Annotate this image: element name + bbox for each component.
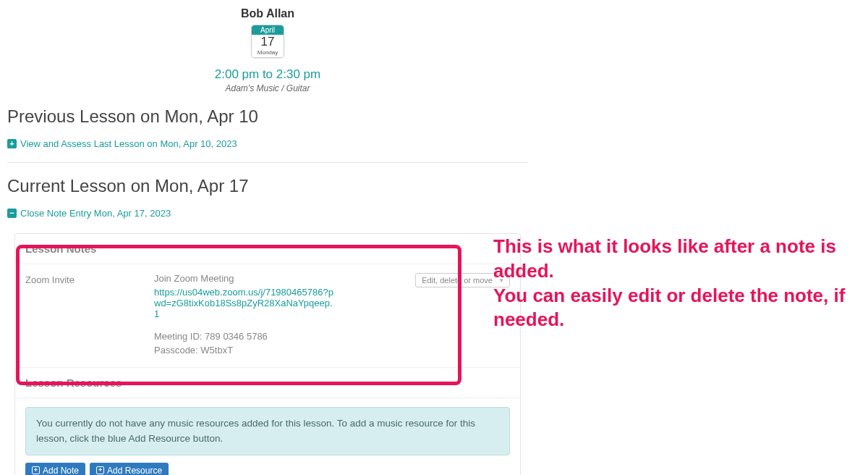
plus-square-icon: + (7, 139, 17, 148)
add-note-button[interactable]: + Add Note (25, 463, 85, 475)
minus-square-icon: − (7, 209, 17, 218)
plus-icon: + (96, 466, 104, 474)
view-assess-link-label: View and Assess Last Lesson on Mon, Apr … (20, 138, 237, 149)
annotation-highlight-box (16, 245, 461, 385)
resources-empty-alert: You currently do not have any music reso… (25, 407, 510, 455)
add-resource-label: Add Resource (107, 466, 162, 475)
student-name: Bob Allan (7, 7, 528, 20)
lesson-location: Adam's Music / Guitar (7, 83, 528, 93)
annotation-line-2: You can easily edit or delete the note, … (493, 284, 848, 333)
add-resource-button[interactable]: + Add Resource (90, 463, 169, 475)
current-lesson-heading: Current Lesson on Mon, Apr 17 (7, 176, 528, 196)
close-note-entry-link[interactable]: − Close Note Entry Mon, Apr 17, 2023 (7, 208, 171, 219)
calendar-month: April (252, 25, 284, 35)
annotation-line-1: This is what it looks like after a note … (493, 235, 848, 284)
lesson-header: Bob Allan April 17 Monday 2:00 pm to 2:3… (7, 7, 528, 93)
lesson-time: 2:00 pm to 2:30 pm (7, 67, 528, 82)
calendar-weekday: Monday (252, 49, 284, 57)
previous-lesson-heading: Previous Lesson on Mon, Apr 10 (7, 106, 528, 127)
add-note-label: Add Note (43, 466, 79, 475)
view-assess-link[interactable]: + View and Assess Last Lesson on Mon, Ap… (7, 138, 237, 149)
calendar-day: 17 (252, 35, 284, 49)
close-note-entry-label: Close Note Entry Mon, Apr 17, 2023 (20, 208, 171, 219)
annotation-callout: This is what it looks like after a note … (493, 235, 848, 332)
calendar-icon: April 17 Monday (251, 25, 284, 58)
divider (7, 162, 528, 163)
plus-icon: + (32, 466, 40, 474)
